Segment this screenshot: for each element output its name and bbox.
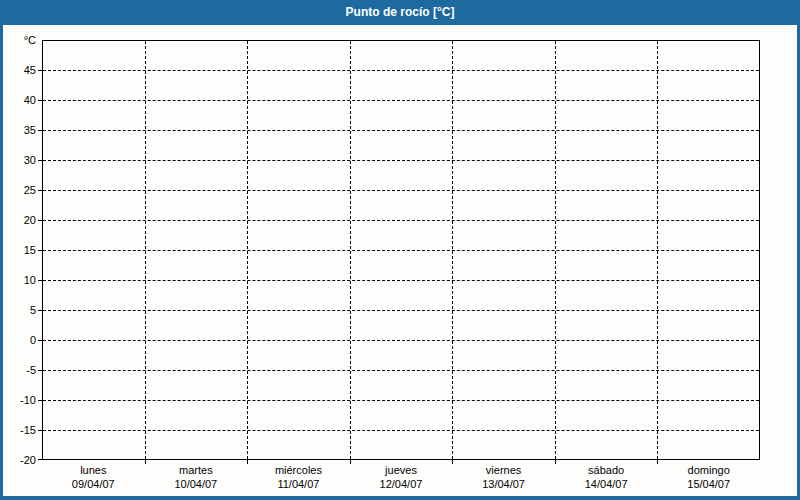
y-axis-tick	[38, 220, 43, 221]
y-axis-label: -5	[3, 363, 36, 377]
x-axis-day-name: jueves	[346, 463, 456, 477]
x-axis-label: martes10/04/07	[141, 463, 251, 491]
h-gridline	[43, 70, 759, 71]
x-axis-date: 13/04/07	[449, 477, 559, 491]
x-axis-date: 14/04/07	[551, 477, 661, 491]
y-axis-label: -20	[3, 453, 36, 467]
y-axis-tick	[38, 400, 43, 401]
y-axis-tick	[38, 250, 43, 251]
y-axis-tick	[38, 340, 43, 341]
v-gridline	[247, 41, 248, 459]
h-gridline	[43, 430, 759, 431]
y-axis-label: 40	[3, 93, 36, 107]
x-axis-label: domingo15/04/07	[654, 463, 764, 491]
x-axis-day-name: martes	[141, 463, 251, 477]
x-axis-day-name: lunes	[38, 463, 148, 477]
y-axis-label: 30	[3, 153, 36, 167]
x-axis-day-name: miércoles	[243, 463, 353, 477]
x-axis-date: 09/04/07	[38, 477, 148, 491]
y-axis-tick	[38, 370, 43, 371]
x-axis-day-name: viernes	[449, 463, 559, 477]
chart-window: Punto de rocío [°C] °C 45403530252015105…	[0, 0, 800, 500]
x-axis-label: sábado14/04/07	[551, 463, 661, 491]
y-axis-label: 5	[3, 303, 36, 317]
y-axis-label: 25	[3, 183, 36, 197]
h-gridline	[43, 280, 759, 281]
chart-title-bar: Punto de rocío [°C]	[0, 0, 800, 25]
h-gridline	[43, 130, 759, 131]
plot-area	[42, 40, 760, 460]
v-gridline	[350, 41, 351, 459]
y-axis-label: 0	[3, 333, 36, 347]
y-axis-tick	[38, 459, 43, 460]
h-gridline	[43, 160, 759, 161]
h-gridline	[43, 310, 759, 311]
x-axis-label: miércoles11/04/07	[243, 463, 353, 491]
x-axis-date: 11/04/07	[243, 477, 353, 491]
x-axis-day-name: sábado	[551, 463, 661, 477]
h-gridline	[43, 400, 759, 401]
y-axis-tick	[38, 310, 43, 311]
h-gridline	[43, 190, 759, 191]
v-gridline	[145, 41, 146, 459]
y-axis-label: 15	[3, 243, 36, 257]
x-axis-label: viernes13/04/07	[449, 463, 559, 491]
y-axis-tick	[38, 160, 43, 161]
v-gridline	[452, 41, 453, 459]
y-axis-tick	[38, 280, 43, 281]
h-gridline	[43, 220, 759, 221]
x-axis-date: 12/04/07	[346, 477, 456, 491]
y-axis-label: -10	[3, 393, 36, 407]
x-axis-label: lunes09/04/07	[38, 463, 148, 491]
chart-title: Punto de rocío [°C]	[346, 5, 455, 19]
y-axis-tick	[38, 430, 43, 431]
h-gridline	[43, 370, 759, 371]
x-axis-date: 10/04/07	[141, 477, 251, 491]
y-axis-unit-label: °C	[3, 34, 36, 46]
y-axis-tick	[38, 70, 43, 71]
y-axis-tick	[38, 100, 43, 101]
x-axis-date: 15/04/07	[654, 477, 764, 491]
h-gridline	[43, 340, 759, 341]
v-gridline	[555, 41, 556, 459]
h-gridline	[43, 100, 759, 101]
v-gridline	[657, 41, 658, 459]
y-axis-label: 35	[3, 123, 36, 137]
y-axis-label: -15	[3, 423, 36, 437]
y-axis-label: 10	[3, 273, 36, 287]
y-axis-label: 45	[3, 63, 36, 77]
x-axis-day-name: domingo	[654, 463, 764, 477]
y-axis-label: 20	[3, 213, 36, 227]
y-axis-tick	[38, 190, 43, 191]
x-axis-label: jueves12/04/07	[346, 463, 456, 491]
h-gridline	[43, 250, 759, 251]
y-axis-tick	[38, 130, 43, 131]
